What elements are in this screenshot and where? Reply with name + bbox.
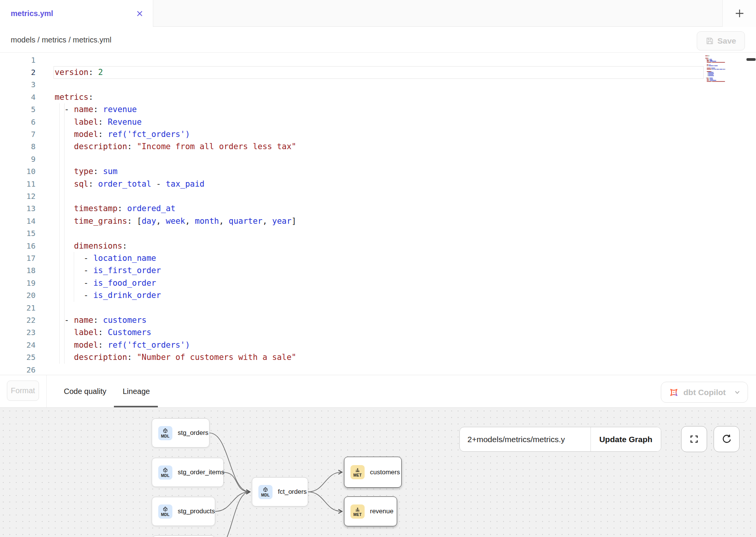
close-icon[interactable] [135,9,144,18]
node-label: stg_orders [178,429,208,437]
line-number: 9 [0,153,36,165]
line-content: - is_first_order [55,264,161,277]
fullscreen-button[interactable] [681,426,707,452]
refresh-button[interactable] [714,426,740,452]
line-number: 24 [0,339,36,351]
line-content: - name: customers [55,314,146,326]
editor-line[interactable]: 8 description: "Income from all orders l… [0,140,756,153]
line-number: 2 [0,66,36,78]
line-content: - location_name [55,252,156,264]
editor-line[interactable]: 3 [0,78,756,91]
editor-line[interactable]: 20 - is_drink_order [0,289,756,302]
save-label: Save [717,36,736,46]
copilot-label: dbt Copilot [683,388,729,397]
line-content: model: ref('fct_orders') [55,128,190,140]
line-content: timestamp: ordered_at [55,202,175,215]
lineage-node-stg_order_items[interactable]: MDLstg_order_items [152,458,224,487]
editor-line[interactable]: 6 label: Revenue [0,116,756,129]
line-content: version: 2 [55,66,103,78]
minimap[interactable] [705,54,728,138]
plus-icon [735,9,744,18]
editor-line[interactable]: 12 [0,190,756,203]
new-tab-button[interactable] [723,0,756,27]
line-content: - name: revenue [55,103,137,116]
editor-line[interactable]: 17 - location_name [0,252,756,265]
editor-line[interactable]: 11 sql: order_total - tax_paid [0,178,756,190]
refresh-icon [722,434,732,444]
lineage-node-partial_node[interactable] [152,535,215,537]
line-number: 14 [0,215,36,227]
line-number: 4 [0,91,36,103]
editor-line[interactable]: 10 type: sum [0,165,756,178]
lineage-node-fct_orders[interactable]: MDLfct_orders [252,477,308,506]
line-content: dimensions: [55,240,127,252]
tab-code-quality[interactable]: Code quality [64,375,106,407]
line-number: 10 [0,165,36,177]
editor-line[interactable]: 5 - name: revenue [0,103,756,116]
editor-line[interactable]: 22 - name: customers [0,314,756,327]
editor-line[interactable]: 26 [0,364,756,375]
metric-chart-icon: MET [350,504,365,519]
editor-line[interactable]: 15 [0,227,756,240]
editor-line[interactable]: 14 time_grains: [day, week, month, quart… [0,215,756,228]
line-number: 11 [0,178,36,190]
editor-line[interactable]: 24 model: ref('fct_orders') [0,339,756,351]
line-content: sql: order_total - tax_paid [55,178,204,190]
line-number: 21 [0,302,36,314]
line-number: 26 [0,364,36,375]
line-content: label: Revenue [55,116,142,128]
line-content: - is_drink_order [55,289,161,301]
cube-icon: MDL [158,504,172,519]
code-editor[interactable]: 12version: 234metrics:5 - name: revenue6… [0,53,756,375]
cube-icon: MDL [158,465,172,480]
editor-line[interactable]: 19 - is_food_order [0,277,756,290]
line-number: 25 [0,351,36,363]
ide-window: metrics.yml models / metrics / metrics.y… [0,0,756,537]
lineage-canvas[interactable]: MDLstg_ordersMDLstg_order_itemsMDLstg_pr… [0,407,756,537]
chevron-down-icon [734,389,741,396]
node-label: revenue [370,508,393,515]
fullscreen-icon [689,434,699,444]
tab-metrics-yml[interactable]: metrics.yml [0,0,153,27]
line-number: 20 [0,289,36,301]
line-number: 19 [0,277,36,289]
line-number: 23 [0,326,36,338]
editor-line[interactable]: 25 description: "Number of customers wit… [0,351,756,364]
lineage-node-revenue[interactable]: METrevenue [344,496,397,526]
editor-line[interactable]: 1 [0,54,756,67]
update-graph-button[interactable]: Update Graph [591,427,661,451]
line-number: 6 [0,116,36,128]
editor-line[interactable]: 4metrics: [0,91,756,104]
editor-line[interactable]: 23 label: Customers [0,326,756,339]
editor-footer: Format Code quality Lineage dbt Copilot [0,375,756,407]
copilot-logo-icon [669,387,679,397]
editor-line[interactable]: 18 - is_first_order [0,264,756,277]
tab-lineage[interactable]: Lineage [123,375,150,407]
cube-icon: MDL [158,426,172,440]
editor-line[interactable]: 7 model: ref('fct_orders') [0,128,756,141]
editor-line[interactable]: 13 timestamp: ordered_at [0,202,756,215]
line-content: description: "Income from all orders les… [55,140,296,153]
lineage-search-input[interactable] [460,427,591,451]
editor-line[interactable]: 21 [0,302,756,314]
cube-icon: MDL [258,485,273,499]
line-content: metrics: [55,91,93,103]
line-number: 15 [0,227,36,239]
line-number: 22 [0,314,36,326]
breadcrumb-row: models / metrics / metrics.yml Save [0,27,756,53]
lineage-node-customers[interactable]: METcustomers [344,457,402,488]
lineage-node-stg_products[interactable]: MDLstg_products [152,497,215,526]
editor-line[interactable]: 2version: 2 [0,66,756,79]
scrollbar-thumb[interactable] [746,58,756,61]
editor-line[interactable]: 9 [0,153,756,166]
dbt-copilot-button[interactable]: dbt Copilot [661,382,748,403]
line-number: 18 [0,264,36,277]
line-number: 17 [0,252,36,264]
save-button[interactable]: Save [697,31,745,50]
format-button[interactable]: Format [7,381,39,401]
editor-line[interactable]: 16 dimensions: [0,240,756,252]
line-number: 7 [0,128,36,140]
node-label: customers [370,469,400,476]
line-content: time_grains: [day, week, month, quarter,… [55,215,296,227]
lineage-node-stg_orders[interactable]: MDLstg_orders [152,418,209,447]
